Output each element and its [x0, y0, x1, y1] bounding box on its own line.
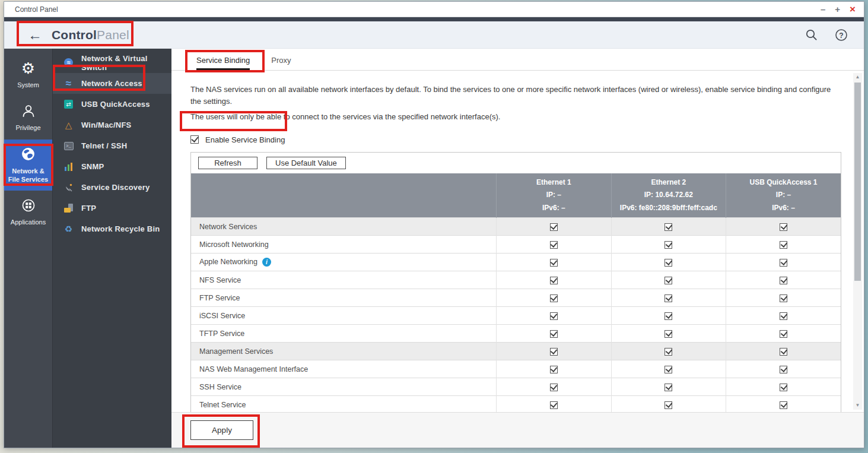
service-binding-table: Ethernet 1 IP: – IPv6: – Ethernet 2 IP: … [191, 173, 841, 413]
binding-checkbox[interactable] [550, 259, 558, 267]
binding-checkbox[interactable] [550, 223, 558, 231]
binding-checkbox[interactable] [780, 277, 787, 284]
gear-icon: ⚙ [21, 60, 35, 77]
subnav-item-label: Network & Virtual Switch [81, 54, 171, 72]
control-panel-window: Control Panel – + × ← ControlPanel ? [4, 1, 864, 448]
vertical-scrollbar[interactable]: ▲ ▼ [853, 73, 862, 410]
binding-checkbox[interactable] [664, 348, 672, 356]
service-label: iSCSI Service [199, 312, 245, 320]
service-label: Apple Networking [199, 258, 257, 266]
service-label: SSH Service [199, 383, 241, 391]
binding-checkbox[interactable] [550, 312, 558, 320]
binding-checkbox[interactable] [550, 401, 558, 409]
subnav-item-telnet-ssh[interactable]: >_ Telnet / SSH [53, 135, 171, 156]
apply-button[interactable]: Apply [190, 420, 253, 440]
rail-item-privilege[interactable]: Privilege [4, 96, 52, 139]
table-group-row: Management Services [191, 343, 841, 360]
binding-checkbox[interactable] [780, 330, 787, 338]
rail-item-label: Network & File Services [8, 167, 48, 184]
interface-ipv6: IPv6: – [729, 202, 838, 215]
binding-checkbox[interactable] [664, 312, 672, 320]
table-row: Microsoft Networking [191, 236, 841, 254]
win-mac-nfs-icon: △ [63, 121, 74, 130]
service-label: Microsoft Networking [199, 240, 269, 249]
enable-service-binding-row: Enable Service Binding [190, 135, 841, 144]
binding-checkbox[interactable] [780, 294, 787, 302]
page-title-bold: Control [52, 28, 97, 42]
refresh-button[interactable]: Refresh [198, 157, 257, 169]
subnav-item-label: SNMP [81, 162, 104, 171]
interface-name: Ethernet 1 [499, 176, 608, 189]
binding-checkbox[interactable] [780, 348, 787, 356]
minimize-button[interactable]: – [821, 5, 825, 14]
binding-checkbox[interactable] [550, 348, 558, 356]
usb-quickaccess-icon: ⇄ [64, 100, 73, 109]
binding-checkbox[interactable] [664, 223, 672, 231]
subnav-item-network-virtual-switch[interactable]: ≈ Network & Virtual Switch [53, 52, 171, 73]
close-button[interactable]: × [850, 4, 856, 14]
use-default-value-button[interactable]: Use Default Value [266, 157, 346, 169]
app-grid-icon [21, 197, 36, 214]
enable-service-binding-checkbox[interactable] [190, 135, 199, 144]
service-label: Management Services [199, 347, 273, 356]
binding-checkbox[interactable] [550, 241, 558, 249]
binding-checkbox[interactable] [780, 401, 787, 409]
binding-checkbox[interactable] [664, 366, 672, 373]
binding-checkbox[interactable] [664, 259, 672, 267]
tab-bar: Service Binding Proxy [171, 49, 864, 71]
rail-item-label: Privilege [15, 123, 40, 132]
search-icon[interactable] [805, 28, 819, 42]
binding-checkbox[interactable] [550, 330, 558, 338]
person-icon [21, 103, 36, 119]
scrollbar-track[interactable] [854, 81, 861, 401]
footer-bar: Apply [171, 412, 864, 448]
subnav-item-usb-quickaccess[interactable]: ⇄ USB QuickAccess [53, 94, 171, 115]
binding-checkbox[interactable] [780, 241, 787, 249]
binding-checkbox[interactable] [780, 366, 787, 373]
binding-checkbox[interactable] [780, 384, 787, 391]
scroll-up-icon[interactable]: ▲ [856, 73, 860, 81]
binding-checkbox[interactable] [664, 277, 672, 284]
rail-item-applications[interactable]: Applications [4, 191, 52, 233]
window-top-strip [4, 17, 864, 21]
info-icon[interactable]: i [262, 258, 271, 267]
window-title: Control Panel [15, 5, 58, 14]
network-recycle-bin-icon: ♻ [63, 224, 74, 234]
subnav-item-snmp[interactable]: SNMP [53, 156, 171, 177]
back-arrow-icon[interactable]: ← [28, 28, 42, 42]
binding-checkbox[interactable] [780, 259, 787, 267]
binding-checkbox[interactable] [550, 294, 558, 302]
binding-checkbox[interactable] [664, 330, 672, 338]
window-titlebar: Control Panel – + × [4, 2, 864, 17]
table-group-row: Network Services [191, 218, 841, 236]
subnav-item-network-access[interactable]: ≈ Network Access [53, 73, 171, 94]
maximize-button[interactable]: + [835, 5, 840, 14]
tab-service-binding[interactable]: Service Binding [196, 56, 250, 70]
scroll-area: The NAS services run on all available ne… [171, 71, 864, 412]
binding-checkbox[interactable] [664, 241, 672, 249]
binding-table-container: Refresh Use Default Value Ethernet 1 IP:… [190, 152, 841, 413]
subnav-item-win-mac-nfs[interactable]: △ Win/Mac/NFS [53, 115, 171, 135]
scrollbar-thumb[interactable] [854, 83, 861, 281]
rail-item-network-file-services[interactable]: Network & File Services [4, 140, 52, 191]
binding-checkbox[interactable] [780, 223, 787, 231]
binding-checkbox[interactable] [550, 384, 558, 391]
binding-table-body: Network ServicesMicrosoft NetworkingAppl… [191, 218, 841, 412]
subnav-item-service-discovery[interactable]: Service Discovery [53, 177, 171, 198]
scroll-down-icon[interactable]: ▼ [856, 401, 860, 410]
subnav-item-network-recycle-bin[interactable]: ♻ Network Recycle Bin [53, 218, 171, 239]
binding-checkbox[interactable] [550, 366, 558, 373]
binding-checkbox[interactable] [664, 384, 672, 391]
binding-checkbox[interactable] [780, 312, 787, 320]
subnav-item-label: Telnet / SSH [81, 141, 127, 150]
help-icon[interactable]: ? [834, 28, 848, 42]
binding-checkbox[interactable] [664, 401, 672, 409]
binding-checkbox[interactable] [664, 294, 672, 302]
rail-item-system[interactable]: ⚙ System [4, 53, 52, 96]
table-header-usb-quickaccess-1: USB QuickAccess 1 IP: – IPv6: – [726, 173, 841, 218]
interface-ip: IP: 10.64.72.62 [614, 189, 723, 202]
binding-checkbox[interactable] [550, 277, 558, 284]
subnav-item-ftp[interactable]: FTP [53, 198, 171, 218]
interface-ipv6: IPv6: fe80::208:9bff:feff:cadc [614, 202, 723, 215]
tab-proxy[interactable]: Proxy [271, 56, 291, 70]
